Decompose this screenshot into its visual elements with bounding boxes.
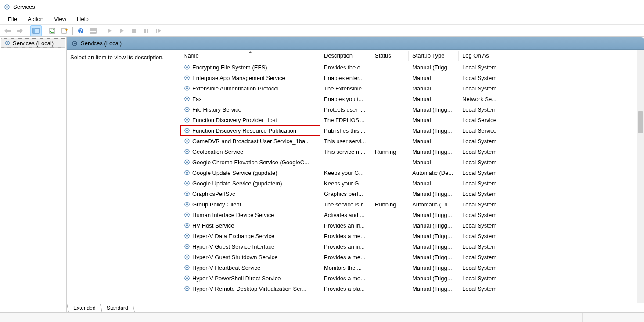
service-row[interactable]: GameDVR and Broadcast User Service_1ba..… <box>180 136 644 146</box>
svg-rect-19 <box>62 28 66 33</box>
service-row[interactable]: Google Update Service (gupdate)Keeps you… <box>180 167 644 178</box>
content-body: Select an item to view its description. … <box>67 50 644 303</box>
service-description-cell: Monitors the ... <box>320 264 371 272</box>
service-row[interactable]: Google Chrome Elevation Service (GoogleC… <box>180 157 644 167</box>
description-prompt: Select an item to view its description. <box>70 54 164 61</box>
close-button[interactable] <box>620 0 640 14</box>
service-row[interactable]: Human Interface Device ServiceActivates … <box>180 210 644 220</box>
service-startup-cell: Manual (Trigg... <box>409 232 459 240</box>
refresh-button[interactable] <box>47 25 58 36</box>
service-row[interactable]: Encrypting File System (EFS)Provides the… <box>180 62 644 72</box>
service-icon <box>183 190 191 197</box>
service-row[interactable]: HV Host ServiceProvides an in...Manual (… <box>180 220 644 231</box>
menu-action[interactable]: Action <box>23 15 48 23</box>
service-icon <box>183 74 191 81</box>
service-logon-cell: Local System <box>459 285 644 293</box>
restart-service-button[interactable] <box>153 25 164 36</box>
tree-node-services-local[interactable]: Services (Local) <box>1 38 65 48</box>
service-row[interactable]: Hyper-V Data Exchange ServiceProvides a … <box>180 231 644 241</box>
service-description-cell: Keeps your G... <box>320 169 371 177</box>
service-row[interactable]: Function Discovery Resource PublicationP… <box>180 125 644 136</box>
menu-help[interactable]: Help <box>72 15 93 23</box>
service-name-cell: Human Interface Device Service <box>180 210 320 219</box>
column-name[interactable]: Name <box>180 51 320 61</box>
service-startup-cell: Manual (Trigg... <box>409 264 459 272</box>
service-status-cell <box>371 224 409 226</box>
service-icon <box>183 222 191 229</box>
service-row[interactable]: Hyper-V PowerShell Direct ServiceProvide… <box>180 273 644 283</box>
service-name-label: Google Chrome Elevation Service (GoogleC… <box>192 159 309 166</box>
service-status-cell <box>371 172 409 174</box>
service-status-cell <box>371 77 409 79</box>
minimize-button[interactable] <box>580 0 600 14</box>
service-row[interactable]: Group Policy ClientThe service is r...Ru… <box>180 199 644 210</box>
start-service-button[interactable] <box>104 25 115 36</box>
show-hide-tree-button[interactable] <box>30 25 42 36</box>
svg-point-155 <box>186 277 188 279</box>
svg-rect-27 <box>144 29 146 33</box>
column-logon-as[interactable]: Log On As <box>459 51 644 61</box>
toolbar-separator <box>28 27 28 35</box>
service-startup-cell: Manual (Trigg... <box>409 105 459 114</box>
service-startup-cell: Automatic (Tri... <box>409 200 459 209</box>
menu-view[interactable]: View <box>50 15 71 23</box>
tab-standard[interactable]: Standard <box>100 304 135 312</box>
service-row[interactable]: Hyper-V Guest Shutdown ServiceProvides a… <box>180 252 644 262</box>
forward-button[interactable] <box>14 25 25 36</box>
pause-service-button[interactable] <box>140 25 152 36</box>
service-description-cell: Provides a me... <box>320 253 371 261</box>
start-service-button-2[interactable] <box>116 25 127 36</box>
svg-point-65 <box>186 119 188 121</box>
service-icon <box>183 264 191 271</box>
window-controls <box>580 0 640 14</box>
description-pane: Select an item to view its description. <box>67 50 180 303</box>
service-status-cell <box>371 246 409 247</box>
service-row[interactable]: Enterprise App Management ServiceEnables… <box>180 72 644 83</box>
column-status[interactable]: Status <box>371 51 409 61</box>
service-icon <box>183 64 191 71</box>
service-name-cell: Extensible Authentication Protocol <box>180 84 320 93</box>
service-logon-cell: Local System <box>459 200 644 209</box>
svg-point-77 <box>186 140 188 142</box>
vertical-scrollbar[interactable] <box>637 50 644 303</box>
titlebar: Services <box>0 0 644 14</box>
service-row[interactable]: Hyper-V Guest Service InterfaceProvides … <box>180 241 644 252</box>
tab-extended[interactable]: Extended <box>67 304 102 312</box>
service-status-cell <box>371 66 409 68</box>
service-row[interactable]: Hyper-V Remote Desktop Virtualization Se… <box>180 283 644 294</box>
scroll-thumb[interactable] <box>638 111 643 133</box>
service-row[interactable]: Hyper-V Heartbeat ServiceMonitors the ..… <box>180 262 644 273</box>
maximize-button[interactable] <box>600 0 620 14</box>
service-name-cell: Hyper-V PowerShell Direct Service <box>180 274 320 282</box>
service-status-cell <box>371 277 409 279</box>
service-row[interactable]: Google Update Service (gupdatem)Keeps yo… <box>180 178 644 188</box>
menu-file[interactable]: File <box>4 15 22 23</box>
service-startup-cell: Manual <box>409 95 459 103</box>
column-description[interactable]: Description <box>320 51 371 61</box>
service-status-cell <box>371 140 409 142</box>
column-startup-type[interactable]: Startup Type <box>409 51 459 61</box>
stop-service-button[interactable] <box>128 25 140 36</box>
service-name-label: Group Policy Client <box>192 201 241 208</box>
service-name-cell: Function Discovery Resource Publication <box>180 125 320 136</box>
service-row[interactable]: Function Discovery Provider HostThe FDPH… <box>180 115 644 125</box>
export-button[interactable] <box>59 25 70 36</box>
service-startup-cell: Automatic (De... <box>409 169 459 177</box>
service-icon <box>183 116 191 123</box>
toolbar-separator <box>44 27 44 35</box>
service-description-cell: Provides an in... <box>320 221 371 230</box>
service-icon <box>183 127 191 134</box>
service-row[interactable]: FaxEnables you t...ManualNetwork Se... <box>180 94 644 104</box>
back-button[interactable] <box>2 25 13 36</box>
help-button[interactable]: ? <box>75 25 86 36</box>
service-row[interactable]: File History ServiceProtects user f...Ma… <box>180 104 644 115</box>
service-row[interactable]: Extensible Authentication ProtocolThe Ex… <box>180 83 644 94</box>
svg-point-125 <box>186 224 188 226</box>
service-status-cell: Running <box>371 200 409 209</box>
service-row[interactable]: GraphicsPerfSvcGraphics perf...Manual (T… <box>180 188 644 199</box>
properties-button[interactable] <box>87 25 99 36</box>
service-description-cell: Provides a me... <box>320 232 371 240</box>
service-name-label: Human Interface Device Service <box>192 212 274 218</box>
service-row[interactable]: Geolocation ServiceThis service m...Runn… <box>180 146 644 157</box>
svg-line-6 <box>5 5 6 6</box>
